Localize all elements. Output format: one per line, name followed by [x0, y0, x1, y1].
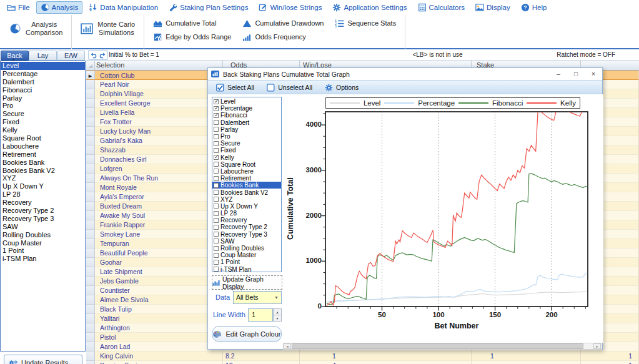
select-all-button[interactable]: Select All — [216, 84, 254, 92]
plan-checkbox-xyz[interactable]: XYZ — [212, 196, 281, 203]
maximize-button[interactable]: □ — [567, 69, 585, 79]
checkbox-empty-icon[interactable] — [214, 211, 219, 216]
sidebar-plan-coup-master[interactable]: Coup Master — [1, 239, 85, 247]
plan-checkbox-secure[interactable]: Secure — [212, 140, 281, 147]
menu-item-help[interactable]: ?Help — [517, 1, 552, 14]
sidebar-plan-level[interactable]: Level — [1, 62, 85, 70]
menu-item-win-lose-strings[interactable]: Win/lose Strings — [254, 1, 326, 14]
plan-checkbox-percentage[interactable]: Percentage — [212, 105, 281, 112]
column-header-selection[interactable]: Selection — [95, 61, 223, 70]
checkbox-empty-icon[interactable] — [214, 246, 219, 251]
dialog-horizontal-scrollbar[interactable]: ◄ ► — [283, 343, 602, 350]
plan-checkbox-fixed[interactable]: Fixed — [212, 147, 281, 154]
sidebar-plan-dalembert[interactable]: Dalembert — [1, 78, 85, 86]
redo-button[interactable] — [99, 51, 107, 59]
checkbox-empty-icon[interactable] — [214, 148, 219, 153]
ribbon-button-cumulative-total[interactable]: Cumulative Total — [151, 16, 234, 30]
sidebar-plan-1-point[interactable]: 1 Point — [1, 247, 85, 255]
ribbon-button-cumulative-drawdown[interactable]: Cumulative Drawdown — [240, 16, 326, 30]
plan-checkbox-1-point[interactable]: 1 Point — [212, 258, 281, 265]
checkbox-empty-icon[interactable] — [214, 204, 219, 209]
checkbox-empty-icon[interactable] — [214, 183, 219, 188]
scrollbar-thumb[interactable] — [292, 343, 583, 349]
table-row[interactable]: Banrion Scairp1241 — [86, 361, 639, 364]
checkbox-empty-icon[interactable] — [214, 253, 219, 258]
plan-checkbox-recovery[interactable]: Recovery — [212, 217, 281, 224]
checkbox-empty-icon[interactable] — [214, 141, 219, 146]
sidebar-plan-pro[interactable]: Pro — [1, 102, 85, 110]
ribbon-button-edge-by-odds-range[interactable]: Edge by Odds Range — [151, 30, 234, 44]
sidebar-plan-retirement[interactable]: Retirement — [1, 150, 85, 159]
sidebar-plan-recovery-type-2[interactable]: Recovery Type 2 — [1, 207, 85, 215]
menu-item-analysis[interactable]: Analysis — [36, 1, 83, 14]
undo-button[interactable] — [89, 51, 97, 59]
checkbox-empty-icon[interactable] — [214, 169, 219, 174]
sidebar-plan-recovery-type-3[interactable]: Recovery Type 3 — [1, 215, 85, 223]
sidebar-plan-fibonacci[interactable]: Fibonacci — [1, 86, 85, 94]
plan-checkbox-coup-master[interactable]: Coup Master — [212, 252, 281, 258]
minimize-button[interactable]: – — [550, 69, 567, 79]
checkbox-checked-icon[interactable] — [214, 113, 219, 118]
sidebar-plan-kelly[interactable]: Kelly — [1, 126, 85, 134]
data-select[interactable]: All Bets ▾ — [233, 291, 282, 304]
sidebar-plan-rolling-doubles[interactable]: Rolling Doubles — [1, 231, 85, 239]
sidebar-plan-lp-28[interactable]: LP 28 — [1, 190, 85, 199]
update-graph-display-button[interactable]: Update Graph Display — [212, 275, 282, 290]
checkbox-empty-icon[interactable] — [214, 232, 219, 237]
tab-lay[interactable]: Lay — [29, 51, 57, 61]
checkbox-checked-icon[interactable] — [214, 155, 219, 160]
menu-item-file[interactable]: File — [2, 1, 34, 14]
checkbox-empty-icon[interactable] — [214, 134, 219, 139]
plan-checkbox-level[interactable]: Level — [212, 98, 281, 105]
plan-checkbox-dalembert[interactable]: Dalembert — [212, 119, 281, 126]
plan-checkbox-bookies-bank[interactable]: Bookies Bank — [212, 182, 281, 189]
ribbon-button-monte-carlo-simulations[interactable]: Monte Carlo Simulations — [78, 16, 137, 41]
checkbox-empty-icon[interactable] — [214, 127, 219, 132]
sidebar-plan-parlay[interactable]: Parlay — [1, 94, 85, 102]
plan-checkbox-recovery-type-3[interactable]: Recovery Type 3 — [212, 231, 281, 238]
plan-checkbox-square-root[interactable]: Square Root — [212, 161, 281, 168]
checkbox-checked-icon[interactable] — [214, 99, 219, 104]
ribbon-button-analysis-comparison[interactable]: Analysis Comparison — [6, 16, 65, 41]
checkbox-empty-icon[interactable] — [214, 120, 219, 125]
checkbox-empty-icon[interactable] — [214, 260, 219, 265]
ribbon-button-sequence-stats[interactable]: 123Sequence Stats — [332, 16, 399, 30]
checkbox-empty-icon[interactable] — [214, 225, 219, 230]
tab-ew[interactable]: E/W — [57, 51, 85, 61]
checkbox-empty-icon[interactable] — [214, 197, 219, 202]
table-row[interactable]: King Calvin8.2111 — [86, 352, 639, 361]
plan-checkbox-saw[interactable]: SAW — [212, 238, 281, 245]
sidebar-plan-square-root[interactable]: Square Root — [1, 134, 85, 142]
unselect-all-button[interactable]: Unselect All — [267, 84, 312, 92]
close-button[interactable]: × — [585, 69, 602, 79]
plan-checkbox-recovery-type-2[interactable]: Recovery Type 2 — [212, 224, 281, 230]
sidebar-plan-i-tsm-plan[interactable]: i-TSM Plan — [1, 255, 85, 263]
sidebar-plan-xyz[interactable]: XYZ — [1, 174, 85, 182]
sidebar-plan-fixed[interactable]: Fixed — [1, 118, 85, 126]
checkbox-empty-icon[interactable] — [214, 239, 219, 243]
checkbox-empty-icon[interactable] — [214, 162, 219, 167]
options-button[interactable]: Options — [325, 84, 359, 92]
menu-item-application-settings[interactable]: Application Settings — [328, 1, 411, 14]
plan-checkbox-labouchere[interactable]: Labouchere — [212, 168, 281, 175]
ribbon-button-odds-frequency[interactable]: Odds Frequency — [240, 30, 326, 44]
checkbox-empty-icon[interactable] — [214, 176, 219, 181]
plan-checkbox-bookies-bank-v2[interactable]: Bookies Bank V2 — [212, 189, 281, 195]
update-results-button[interactable]: Update Results — [4, 355, 82, 364]
plan-checkbox-rolling-doubles[interactable]: Rolling Doubles — [212, 245, 281, 252]
sidebar-plan-recovery[interactable]: Recovery — [1, 199, 85, 207]
menu-item-data-manipulation[interactable]: 19Data Manipulation — [84, 1, 162, 14]
spin-down-icon[interactable]: ▼ — [274, 315, 281, 321]
menu-item-display[interactable]: Display — [471, 1, 515, 14]
sidebar-plan-secure[interactable]: Secure — [1, 110, 85, 118]
plan-checkbox-kelly[interactable]: Kelly — [212, 154, 281, 161]
plan-checkbox-lp-28[interactable]: LP 28 — [212, 210, 281, 217]
plan-checkbox-parlay[interactable]: Parlay — [212, 126, 281, 133]
sidebar-plan-saw[interactable]: SAW — [1, 223, 85, 231]
sidebar-plan-bookies-bank-v2[interactable]: Bookies Bank V2 — [1, 167, 85, 175]
line-width-input[interactable]: 1 — [248, 308, 273, 322]
checkbox-empty-icon[interactable] — [214, 190, 219, 195]
edit-graph-colour-button[interactable]: Edit Graph Colour — [212, 326, 282, 342]
scroll-left-icon[interactable]: ◄ — [284, 343, 291, 349]
checkbox-empty-icon[interactable] — [214, 218, 219, 223]
